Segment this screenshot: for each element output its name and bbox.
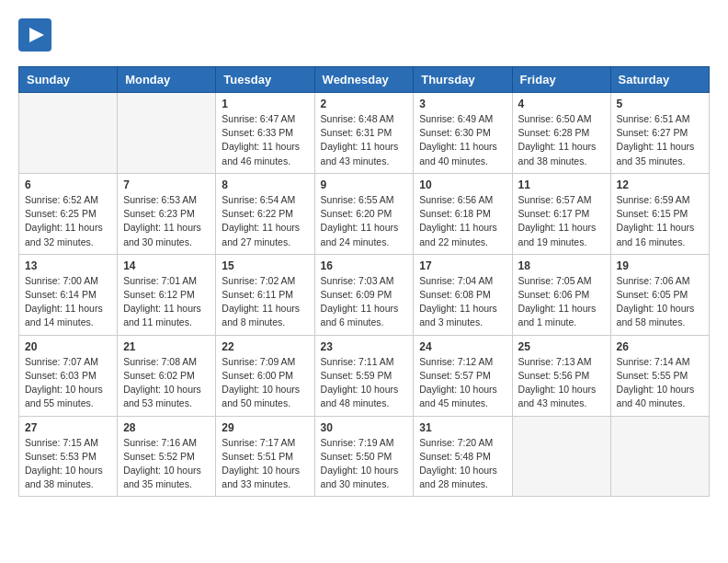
day-number: 26 [617, 340, 703, 353]
day-info: Sunrise: 7:00 AMSunset: 6:14 PMDaylight:… [25, 274, 111, 330]
day-info: Sunrise: 6:53 AMSunset: 6:23 PMDaylight:… [123, 193, 210, 249]
calendar-header-thursday: Thursday [414, 67, 512, 93]
calendar-cell: 16Sunrise: 7:03 AMSunset: 6:09 PMDayligh… [314, 254, 414, 335]
calendar-cell: 24Sunrise: 7:12 AMSunset: 5:57 PMDayligh… [414, 335, 512, 416]
day-info: Sunrise: 7:05 AMSunset: 6:06 PMDaylight:… [518, 274, 605, 330]
day-info: Sunrise: 7:06 AMSunset: 6:05 PMDaylight:… [617, 274, 703, 330]
day-number: 8 [222, 178, 308, 191]
day-number: 24 [419, 340, 506, 353]
day-info: Sunrise: 7:01 AMSunset: 6:12 PMDaylight:… [123, 274, 210, 330]
day-number: 10 [419, 178, 506, 191]
calendar-header-friday: Friday [512, 67, 610, 93]
calendar-cell: 28Sunrise: 7:16 AMSunset: 5:52 PMDayligh… [118, 416, 216, 497]
day-number: 4 [518, 98, 605, 110]
calendar-cell: 12Sunrise: 6:59 AMSunset: 6:15 PMDayligh… [610, 173, 709, 254]
logo-icon [18, 18, 51, 52]
day-info: Sunrise: 6:59 AMSunset: 6:15 PMDaylight:… [617, 193, 703, 249]
day-info: Sunrise: 7:09 AMSunset: 6:00 PMDaylight:… [222, 355, 308, 411]
day-number: 28 [123, 421, 210, 434]
calendar-cell: 8Sunrise: 6:54 AMSunset: 6:22 PMDaylight… [216, 173, 314, 254]
calendar-cell: 14Sunrise: 7:01 AMSunset: 6:12 PMDayligh… [118, 254, 216, 335]
day-info: Sunrise: 6:54 AMSunset: 6:22 PMDaylight:… [222, 193, 308, 249]
calendar-header-sunday: Sunday [19, 67, 118, 93]
day-info: Sunrise: 7:16 AMSunset: 5:52 PMDaylight:… [123, 436, 210, 492]
day-number: 16 [321, 259, 408, 272]
calendar-cell: 17Sunrise: 7:04 AMSunset: 6:08 PMDayligh… [414, 254, 512, 335]
day-info: Sunrise: 6:50 AMSunset: 6:28 PMDaylight:… [518, 112, 605, 168]
day-number: 7 [123, 178, 210, 191]
calendar-cell: 4Sunrise: 6:50 AMSunset: 6:28 PMDaylight… [512, 93, 610, 174]
page-header [18, 18, 710, 52]
calendar-cell: 21Sunrise: 7:08 AMSunset: 6:02 PMDayligh… [118, 335, 216, 416]
calendar-cell: 10Sunrise: 6:56 AMSunset: 6:18 PMDayligh… [414, 173, 512, 254]
day-number: 31 [419, 421, 506, 434]
day-info: Sunrise: 6:55 AMSunset: 6:20 PMDaylight:… [321, 193, 408, 249]
calendar-week-row: 20Sunrise: 7:07 AMSunset: 6:03 PMDayligh… [19, 335, 710, 416]
calendar-cell [512, 416, 610, 497]
day-number: 30 [321, 421, 408, 434]
day-info: Sunrise: 7:02 AMSunset: 6:11 PMDaylight:… [222, 274, 308, 330]
calendar-cell [19, 93, 118, 174]
logo [18, 18, 55, 52]
calendar-cell: 22Sunrise: 7:09 AMSunset: 6:00 PMDayligh… [216, 335, 314, 416]
calendar-table: SundayMondayTuesdayWednesdayThursdayFrid… [18, 66, 710, 497]
day-number: 19 [617, 259, 703, 272]
day-number: 1 [222, 98, 308, 110]
day-info: Sunrise: 6:56 AMSunset: 6:18 PMDaylight:… [419, 193, 506, 249]
day-number: 20 [25, 340, 111, 353]
calendar-cell: 5Sunrise: 6:51 AMSunset: 6:27 PMDaylight… [610, 93, 709, 174]
day-number: 5 [617, 98, 703, 110]
day-number: 13 [25, 259, 111, 272]
day-number: 12 [617, 178, 703, 191]
calendar-cell: 18Sunrise: 7:05 AMSunset: 6:06 PMDayligh… [512, 254, 610, 335]
calendar-cell: 2Sunrise: 6:48 AMSunset: 6:31 PMDaylight… [314, 93, 414, 174]
day-info: Sunrise: 7:11 AMSunset: 5:59 PMDaylight:… [321, 355, 408, 411]
day-info: Sunrise: 6:48 AMSunset: 6:31 PMDaylight:… [321, 112, 408, 168]
calendar-cell: 31Sunrise: 7:20 AMSunset: 5:48 PMDayligh… [414, 416, 512, 497]
day-number: 22 [222, 340, 308, 353]
day-info: Sunrise: 7:20 AMSunset: 5:48 PMDaylight:… [419, 436, 506, 492]
calendar-week-row: 27Sunrise: 7:15 AMSunset: 5:53 PMDayligh… [19, 416, 710, 497]
calendar-cell: 29Sunrise: 7:17 AMSunset: 5:51 PMDayligh… [216, 416, 314, 497]
day-info: Sunrise: 6:49 AMSunset: 6:30 PMDaylight:… [419, 112, 506, 168]
day-number: 29 [222, 421, 308, 434]
calendar-cell [118, 93, 216, 174]
calendar-cell: 7Sunrise: 6:53 AMSunset: 6:23 PMDaylight… [118, 173, 216, 254]
day-number: 18 [518, 259, 605, 272]
day-number: 14 [123, 259, 210, 272]
calendar-header-tuesday: Tuesday [216, 67, 314, 93]
day-info: Sunrise: 7:12 AMSunset: 5:57 PMDaylight:… [419, 355, 506, 411]
calendar-cell: 23Sunrise: 7:11 AMSunset: 5:59 PMDayligh… [314, 335, 414, 416]
day-info: Sunrise: 7:13 AMSunset: 5:56 PMDaylight:… [518, 355, 605, 411]
day-info: Sunrise: 7:07 AMSunset: 6:03 PMDaylight:… [25, 355, 111, 411]
calendar-cell: 26Sunrise: 7:14 AMSunset: 5:55 PMDayligh… [610, 335, 709, 416]
calendar-cell: 13Sunrise: 7:00 AMSunset: 6:14 PMDayligh… [19, 254, 118, 335]
day-number: 11 [518, 178, 605, 191]
calendar-cell: 9Sunrise: 6:55 AMSunset: 6:20 PMDaylight… [314, 173, 414, 254]
day-info: Sunrise: 7:19 AMSunset: 5:50 PMDaylight:… [321, 436, 408, 492]
calendar-cell: 30Sunrise: 7:19 AMSunset: 5:50 PMDayligh… [314, 416, 414, 497]
calendar-header-saturday: Saturday [610, 67, 709, 93]
day-number: 23 [321, 340, 408, 353]
calendar-cell: 19Sunrise: 7:06 AMSunset: 6:05 PMDayligh… [610, 254, 709, 335]
day-number: 2 [321, 98, 408, 110]
day-number: 25 [518, 340, 605, 353]
day-info: Sunrise: 7:17 AMSunset: 5:51 PMDaylight:… [222, 436, 308, 492]
calendar-cell: 20Sunrise: 7:07 AMSunset: 6:03 PMDayligh… [19, 335, 118, 416]
day-number: 15 [222, 259, 308, 272]
day-info: Sunrise: 7:14 AMSunset: 5:55 PMDaylight:… [617, 355, 703, 411]
day-info: Sunrise: 7:08 AMSunset: 6:02 PMDaylight:… [123, 355, 210, 411]
day-info: Sunrise: 6:47 AMSunset: 6:33 PMDaylight:… [222, 112, 308, 168]
day-number: 27 [25, 421, 111, 434]
day-number: 17 [419, 259, 506, 272]
calendar-cell: 3Sunrise: 6:49 AMSunset: 6:30 PMDaylight… [414, 93, 512, 174]
day-info: Sunrise: 6:52 AMSunset: 6:25 PMDaylight:… [25, 193, 111, 249]
day-info: Sunrise: 7:04 AMSunset: 6:08 PMDaylight:… [419, 274, 506, 330]
calendar-cell: 27Sunrise: 7:15 AMSunset: 5:53 PMDayligh… [19, 416, 118, 497]
calendar-week-row: 13Sunrise: 7:00 AMSunset: 6:14 PMDayligh… [19, 254, 710, 335]
day-number: 3 [419, 98, 506, 110]
day-number: 6 [25, 178, 111, 191]
calendar-cell: 15Sunrise: 7:02 AMSunset: 6:11 PMDayligh… [216, 254, 314, 335]
day-info: Sunrise: 7:15 AMSunset: 5:53 PMDaylight:… [25, 436, 111, 492]
day-info: Sunrise: 6:51 AMSunset: 6:27 PMDaylight:… [617, 112, 703, 168]
